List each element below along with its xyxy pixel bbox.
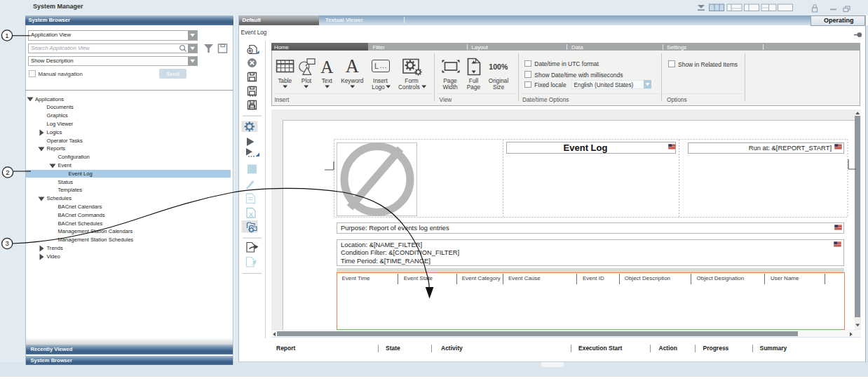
svg-text:2: 2 <box>6 168 9 176</box>
svg-text:1: 1 <box>5 32 8 39</box>
svg-text:3: 3 <box>6 239 9 247</box>
